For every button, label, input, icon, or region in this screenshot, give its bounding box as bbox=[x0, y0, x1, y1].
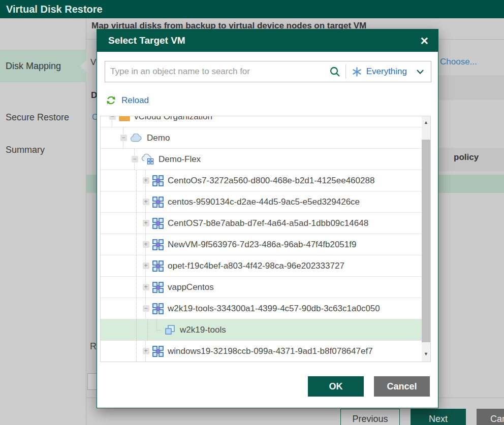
expand-icon[interactable]: + bbox=[143, 220, 149, 226]
tree-row[interactable]: +centos-9590134c-d2ae-44d5-9ac5-e5ed3294… bbox=[101, 191, 422, 213]
tree-row-label: CentOS7-b8e7abab-d7ef-4a64-a5ad-1dbb09c1… bbox=[168, 218, 368, 228]
search-input[interactable] bbox=[105, 61, 329, 82]
sidebar-item-summary[interactable]: Summary bbox=[0, 134, 86, 166]
dialog-cancel-button[interactable]: Cancel bbox=[374, 376, 430, 397]
expand-icon[interactable]: + bbox=[143, 199, 149, 205]
tree-row-label: w2k19-tools bbox=[180, 325, 226, 335]
dialog-header: Select Target VM ✕ bbox=[97, 29, 438, 52]
dialog-title: Select Target VM bbox=[108, 35, 420, 46]
tree-row[interactable]: −Demo-Flex bbox=[101, 149, 422, 170]
tree-row[interactable]: w2k19-tools bbox=[101, 319, 422, 341]
close-icon[interactable]: ✕ bbox=[420, 36, 429, 46]
scroll-down-icon[interactable]: ▼ bbox=[422, 349, 430, 359]
tree-expander-column: − bbox=[120, 127, 127, 148]
tree-expander-column: − bbox=[109, 116, 116, 127]
vapp-icon bbox=[152, 346, 164, 357]
tree-row-label: windows19-32198ccb-099a-4371-9ad1-b8f078… bbox=[168, 346, 373, 356]
step-label: Summary bbox=[6, 145, 45, 155]
tree-expander-column: + bbox=[142, 213, 149, 234]
policy-column-header-fragment: policy bbox=[454, 152, 479, 162]
step-label: Disk Mapping bbox=[6, 61, 61, 72]
tree-indent-guide bbox=[131, 277, 142, 298]
tree-expander-column: + bbox=[142, 255, 149, 276]
tree-indent-guide bbox=[131, 341, 142, 362]
expand-icon[interactable]: + bbox=[143, 241, 149, 248]
tree-expander-column: + bbox=[142, 234, 149, 255]
expand-icon[interactable]: + bbox=[143, 348, 149, 354]
reload-icon bbox=[106, 95, 116, 106]
tree-row[interactable]: +CentOS7-b8e7abab-d7ef-4a64-a5ad-1dbb09c… bbox=[101, 213, 422, 234]
restore-label-fragment: R bbox=[90, 341, 97, 352]
scope-label: Everything bbox=[366, 67, 407, 77]
vapp-icon bbox=[152, 303, 164, 314]
tree-row-label: w2k19-tools-334300a1-4399-4c57-90db-3c63… bbox=[168, 304, 380, 314]
tree-row[interactable]: −Demo bbox=[101, 127, 422, 149]
tree-row[interactable]: −vCloud Organization bbox=[101, 116, 422, 127]
vm-icon bbox=[165, 324, 176, 336]
tree-branch-connector bbox=[153, 319, 162, 340]
tree-row-label: opet-f19c4bef-a803-4f42-98ca-96e20233372… bbox=[168, 261, 344, 271]
tree-indent-guide bbox=[131, 298, 142, 319]
cloud-icon bbox=[130, 134, 143, 142]
collapse-icon[interactable]: − bbox=[120, 135, 127, 141]
scroll-up-icon[interactable]: ▲ bbox=[422, 117, 430, 127]
vapp-icon bbox=[152, 197, 164, 208]
collapse-icon[interactable]: − bbox=[143, 305, 149, 312]
tree-indent-guide bbox=[131, 191, 142, 212]
tree-row-label: vCloud Organization bbox=[134, 116, 212, 122]
choose-vm-link[interactable]: Choose... bbox=[440, 57, 477, 67]
tree-row[interactable]: +windows19-32198ccb-099a-4371-9ad1-b8f07… bbox=[101, 341, 422, 362]
vm-tree: −vCloud Organization−Demo−Demo-Flex+Cent… bbox=[100, 116, 431, 362]
ok-button[interactable]: OK bbox=[308, 376, 364, 397]
tree-indent-guide bbox=[131, 213, 142, 234]
scrollbar-thumb[interactable] bbox=[422, 140, 430, 342]
tree-expander-column: − bbox=[131, 149, 138, 170]
expand-icon[interactable]: + bbox=[143, 177, 149, 184]
occluded-button bbox=[87, 373, 98, 390]
tree-indent-guide bbox=[131, 170, 142, 191]
sidebar-item-disk-mapping[interactable]: Disk Mapping bbox=[0, 50, 86, 82]
divider bbox=[345, 64, 346, 79]
tree-row-label: CentoOs7-3272a560-d800-468e-b2d1-4125ee4… bbox=[168, 176, 374, 186]
expand-icon[interactable]: + bbox=[143, 284, 149, 290]
tree-row[interactable]: +CentoOs7-3272a560-d800-468e-b2d1-4125ee… bbox=[101, 170, 422, 191]
search-icon[interactable] bbox=[329, 66, 340, 77]
tree-indent-guide bbox=[131, 255, 142, 276]
tree-expander-column: − bbox=[142, 298, 149, 319]
tree-expander-column: + bbox=[142, 170, 149, 191]
chevron-down-icon bbox=[417, 70, 424, 74]
tree-indent-guide bbox=[131, 234, 142, 255]
wizard-cancel-button[interactable]: Cancel bbox=[477, 409, 504, 425]
wizard-steps-sidebar: Restore Point Disk Mapping Secure Restor… bbox=[0, 18, 86, 425]
tree-row[interactable]: +vappCentos bbox=[101, 277, 422, 298]
scope-selector[interactable]: Everything bbox=[352, 67, 431, 77]
window-titlebar: Virtual Disk Restore bbox=[0, 0, 504, 18]
window-title: Virtual Disk Restore bbox=[6, 4, 103, 15]
tree-row[interactable]: +NewVM-9f563976-7d23-486a-96ab-47f4fb205… bbox=[101, 234, 422, 255]
reload-button[interactable]: Reload bbox=[106, 95, 149, 106]
collapse-icon[interactable]: − bbox=[109, 116, 116, 120]
vapp-cloud-icon bbox=[141, 154, 154, 165]
collapse-icon[interactable]: − bbox=[132, 156, 138, 162]
virtual-disk-restore-window: Virtual Disk Restore Restore Point Disk … bbox=[0, 0, 504, 425]
vapp-icon bbox=[152, 218, 164, 229]
next-button[interactable]: Next bbox=[411, 409, 466, 425]
reload-label: Reload bbox=[121, 95, 149, 106]
tree-row[interactable]: −w2k19-tools-334300a1-4399-4c57-90db-3c6… bbox=[101, 298, 422, 319]
tree-expander-column: + bbox=[142, 277, 149, 298]
tree-scrollbar[interactable]: ▲ ▼ bbox=[422, 116, 430, 362]
sidebar-item-secure-restore[interactable]: Secure Restore bbox=[0, 101, 86, 134]
tree-row[interactable]: +opet-f19c4bef-a803-4f42-98ca-96e2023337… bbox=[101, 255, 422, 277]
folder-icon bbox=[119, 116, 130, 121]
vapp-icon bbox=[152, 239, 164, 250]
search-bar: Everything bbox=[105, 61, 431, 82]
vapp-icon bbox=[152, 175, 164, 186]
tree-row-label: Demo bbox=[147, 133, 170, 143]
previous-button[interactable]: Previous bbox=[340, 409, 400, 425]
tree-expander-column: + bbox=[142, 341, 149, 362]
virtual-machine-label-fragment: V bbox=[90, 57, 96, 68]
step-label: Secure Restore bbox=[6, 112, 69, 123]
expand-icon[interactable]: + bbox=[143, 263, 149, 269]
tree-row-label: NewVM-9f563976-7d23-486a-96ab-47f4fb2051… bbox=[168, 240, 356, 250]
tree-expander-column: + bbox=[142, 191, 149, 212]
